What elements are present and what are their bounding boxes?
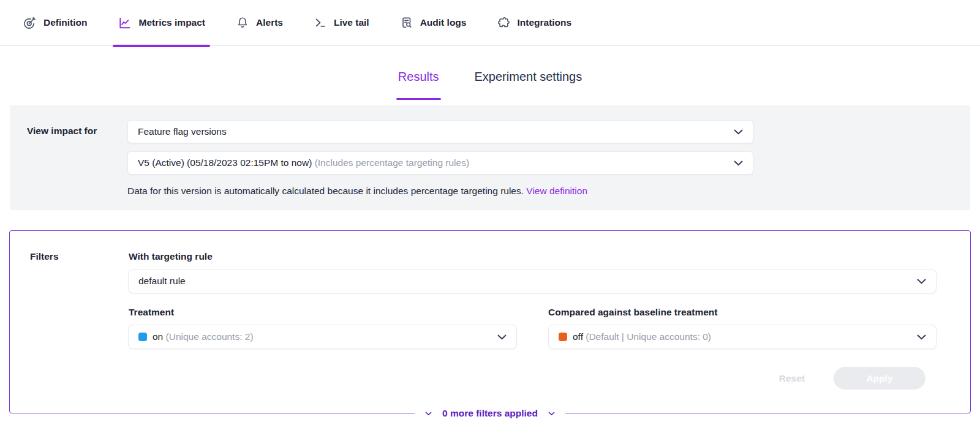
chevron-down-icon — [548, 412, 555, 416]
tab-alerts[interactable]: Alerts — [231, 0, 288, 45]
version-note: (Includes percentage targeting rules) — [312, 157, 469, 168]
tab-audit-logs[interactable]: Audit logs — [395, 0, 472, 45]
version-select[interactable]: V5 (Active) (05/18/2023 02:15PM to now) … — [127, 151, 753, 175]
results-subtabs: Results Experiment settings — [0, 70, 980, 92]
treatment-value: on (Unique accounts: 2) — [153, 331, 497, 342]
tab-label: Integrations — [517, 17, 571, 28]
chevron-down-icon — [917, 279, 926, 284]
subtab-results[interactable]: Results — [398, 70, 439, 92]
filters-title: Filters — [30, 251, 59, 262]
filters-actions: Reset Apply — [779, 367, 925, 390]
view-impact-panel: View impact for Feature flag versions V5… — [10, 105, 970, 210]
tab-live-tail[interactable]: Live tail — [309, 0, 374, 45]
view-impact-label: View impact for — [10, 120, 127, 197]
more-filters-label: 0 more filters applied — [442, 408, 538, 419]
reset-button[interactable]: Reset — [779, 373, 805, 384]
line-chart-icon — [118, 16, 132, 30]
version-value: V5 (Active) (05/18/2023 02:15PM to now) … — [138, 157, 734, 168]
view-definition-link[interactable]: View definition — [526, 186, 587, 196]
version-type-select[interactable]: Feature flag versions — [127, 120, 753, 143]
bell-icon — [236, 16, 249, 29]
targeting-rule-select[interactable]: default rule — [128, 269, 937, 293]
tab-label: Definition — [43, 17, 87, 28]
chevron-down-icon — [497, 334, 507, 340]
tab-integrations[interactable]: Integrations — [492, 0, 576, 45]
baseline-treatment-select[interactable]: off (Default | Unique accounts: 0) — [548, 325, 937, 349]
target-icon — [23, 16, 37, 30]
baseline-treatment-value: off (Default | Unique accounts: 0) — [573, 331, 917, 342]
page-header: Definition Metrics impact Alerts Live ta… — [0, 0, 980, 46]
tab-metrics-impact[interactable]: Metrics impact — [113, 0, 210, 45]
targeting-rule-label: With targeting rule — [129, 251, 213, 262]
tab-label: Audit logs — [420, 17, 467, 28]
treatment-select[interactable]: on (Unique accounts: 2) — [128, 325, 517, 349]
chevron-down-icon — [734, 129, 743, 135]
tab-definition[interactable]: Definition — [18, 0, 92, 45]
tab-label: Alerts — [256, 17, 283, 28]
treatment-label: Treatment — [129, 307, 174, 318]
apply-button[interactable]: Apply — [834, 367, 925, 390]
filters-panel: Filters With targeting rule default rule… — [9, 230, 971, 413]
puzzle-icon — [497, 16, 510, 29]
baseline-color-swatch — [559, 333, 567, 341]
more-filters-toggle[interactable]: 0 more filters applied — [415, 405, 565, 421]
treatment-color-swatch — [138, 333, 147, 341]
chevron-down-icon — [425, 412, 432, 416]
audit-document-icon — [400, 16, 413, 29]
tab-label: Live tail — [334, 17, 369, 28]
chevron-down-icon — [734, 160, 743, 166]
baseline-treatment-label: Compared against baseline treatment — [548, 307, 718, 318]
chevron-down-icon — [917, 334, 926, 340]
subtab-experiment-settings[interactable]: Experiment settings — [475, 70, 582, 92]
version-type-value: Feature flag versions — [138, 126, 734, 137]
tab-label: Metrics impact — [138, 17, 205, 28]
terminal-icon — [314, 16, 327, 29]
version-helper-text: Data for this version is automatically c… — [127, 186, 753, 197]
targeting-rule-value: default rule — [138, 276, 917, 287]
